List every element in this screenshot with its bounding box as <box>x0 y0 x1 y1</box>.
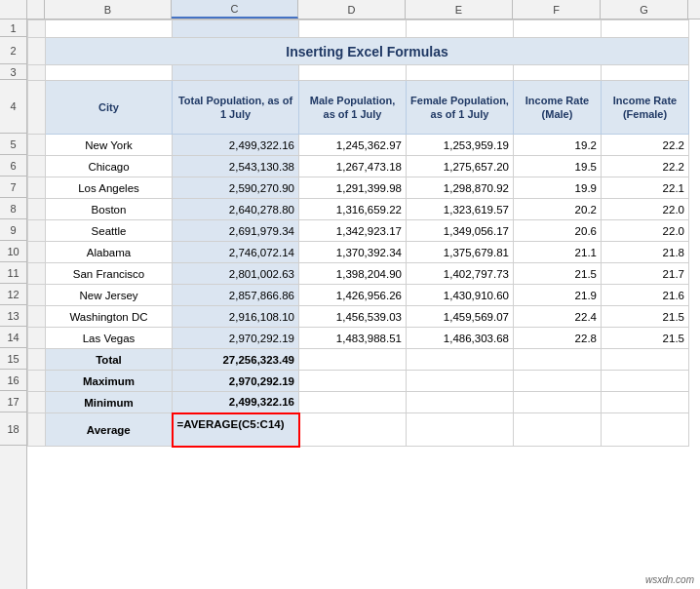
col-header-c[interactable]: C <box>172 0 298 19</box>
city-washington-dc[interactable]: Washington DC <box>46 306 173 328</box>
cell-e1[interactable] <box>407 20 514 38</box>
income-f-new-york[interactable]: 22.2 <box>602 135 689 156</box>
total-boston[interactable]: 2,640,278.80 <box>173 199 299 220</box>
city-los-angeles[interactable]: Los Angeles <box>46 177 173 199</box>
income-m-new-york[interactable]: 19.2 <box>514 135 602 156</box>
income-f-las-vegas[interactable]: 21.5 <box>602 328 689 349</box>
city-chicago[interactable]: Chicago <box>46 156 173 177</box>
city-alabama[interactable]: Alabama <box>46 242 173 263</box>
total-new-york[interactable]: 2,499,322.16 <box>173 135 299 156</box>
row-num-12: 12 <box>0 284 26 305</box>
city-new-jersey[interactable]: New Jersey <box>46 285 173 306</box>
cell-d17[interactable] <box>299 392 407 413</box>
cell-d3[interactable] <box>299 65 407 81</box>
city-seattle[interactable]: Seattle <box>46 220 173 242</box>
income-m-chicago[interactable]: 19.5 <box>514 156 602 177</box>
cell-g3[interactable] <box>602 65 689 81</box>
income-f-new-jersey[interactable]: 21.6 <box>602 285 689 306</box>
cell-g18[interactable] <box>602 413 689 447</box>
cell-f1[interactable] <box>514 20 602 38</box>
female-las-vegas[interactable]: 1,486,303.68 <box>407 328 514 349</box>
income-f-boston[interactable]: 22.0 <box>602 199 689 220</box>
female-boston[interactable]: 1,323,619.57 <box>407 199 514 220</box>
col-header-d[interactable]: D <box>298 0 406 19</box>
col-header-f[interactable]: F <box>513 0 601 19</box>
cell-e16[interactable] <box>407 371 514 392</box>
income-f-san-francisco[interactable]: 21.7 <box>602 263 689 285</box>
col-header-g[interactable]: G <box>601 0 688 19</box>
col-header-e[interactable]: E <box>406 0 513 19</box>
city-boston[interactable]: Boston <box>46 199 173 220</box>
male-boston[interactable]: 1,316,659.22 <box>299 199 407 220</box>
income-f-chicago[interactable]: 22.2 <box>602 156 689 177</box>
female-los-angeles[interactable]: 1,298,870.92 <box>407 177 514 199</box>
female-alabama[interactable]: 1,375,679.81 <box>407 242 514 263</box>
total-los-angeles[interactable]: 2,590,270.90 <box>173 177 299 199</box>
cell-e15[interactable] <box>407 349 514 371</box>
cell-c1[interactable] <box>173 20 299 38</box>
cell-g1[interactable] <box>602 20 689 38</box>
cell-f15[interactable] <box>514 349 602 371</box>
female-new-jersey[interactable]: 1,430,910.60 <box>407 285 514 306</box>
male-chicago[interactable]: 1,267,473.18 <box>299 156 407 177</box>
cell-e3[interactable] <box>407 65 514 81</box>
total-chicago[interactable]: 2,543,130.38 <box>173 156 299 177</box>
income-f-seattle[interactable]: 22.0 <box>602 220 689 242</box>
income-m-las-vegas[interactable]: 22.8 <box>514 328 602 349</box>
cell-d16[interactable] <box>299 371 407 392</box>
min-value[interactable]: 2,499,322.16 <box>173 392 299 413</box>
cell-d1[interactable] <box>299 20 407 38</box>
income-m-new-jersey[interactable]: 21.9 <box>514 285 602 306</box>
male-las-vegas[interactable]: 1,483,988.51 <box>299 328 407 349</box>
cell-e18[interactable] <box>407 413 514 447</box>
male-los-angeles[interactable]: 1,291,399.98 <box>299 177 407 199</box>
income-f-washington-dc[interactable]: 21.5 <box>602 306 689 328</box>
city-san-francisco[interactable]: San Francisco <box>46 263 173 285</box>
income-f-alabama[interactable]: 21.8 <box>602 242 689 263</box>
total-seattle[interactable]: 2,691,979.34 <box>173 220 299 242</box>
total-new-jersey[interactable]: 2,857,866.86 <box>173 285 299 306</box>
total-san-francisco[interactable]: 2,801,002.63 <box>173 263 299 285</box>
female-san-francisco[interactable]: 1,402,797.73 <box>407 263 514 285</box>
table-row-3 <box>28 65 689 81</box>
income-m-seattle[interactable]: 20.6 <box>514 220 602 242</box>
total-washington-dc[interactable]: 2,916,108.10 <box>173 306 299 328</box>
income-m-san-francisco[interactable]: 21.5 <box>514 263 602 285</box>
income-m-los-angeles[interactable]: 19.9 <box>514 177 602 199</box>
male-seattle[interactable]: 1,342,923.17 <box>299 220 407 242</box>
cell-d18[interactable] <box>299 413 407 447</box>
cell-g15[interactable] <box>602 349 689 371</box>
cell-f18[interactable] <box>514 413 602 447</box>
cell-b3[interactable] <box>46 65 173 81</box>
total-alabama[interactable]: 2,746,072.14 <box>173 242 299 263</box>
max-value[interactable]: 2,970,292.19 <box>173 371 299 392</box>
cell-f17[interactable] <box>514 392 602 413</box>
female-seattle[interactable]: 1,349,056.17 <box>407 220 514 242</box>
female-chicago[interactable]: 1,275,657.20 <box>407 156 514 177</box>
cell-e17[interactable] <box>407 392 514 413</box>
income-m-washington-dc[interactable]: 22.4 <box>514 306 602 328</box>
city-las-vegas[interactable]: Las Vegas <box>46 328 173 349</box>
male-alabama[interactable]: 1,370,392.34 <box>299 242 407 263</box>
cell-g16[interactable] <box>602 371 689 392</box>
female-washington-dc[interactable]: 1,459,569.07 <box>407 306 514 328</box>
male-san-francisco[interactable]: 1,398,204.90 <box>299 263 407 285</box>
female-new-york[interactable]: 1,253,959.19 <box>407 135 514 156</box>
male-washington-dc[interactable]: 1,456,539.03 <box>299 306 407 328</box>
cell-c3[interactable] <box>173 65 299 81</box>
col-header-b[interactable]: B <box>45 0 172 19</box>
avg-formula-cell[interactable]: =AVERAGE(C5:C14) <box>173 413 299 447</box>
male-new-york[interactable]: 1,245,362.97 <box>299 135 407 156</box>
cell-g17[interactable] <box>602 392 689 413</box>
income-m-alabama[interactable]: 21.1 <box>514 242 602 263</box>
cell-f16[interactable] <box>514 371 602 392</box>
income-f-los-angeles[interactable]: 22.1 <box>602 177 689 199</box>
total-las-vegas[interactable]: 2,970,292.19 <box>173 328 299 349</box>
cell-b1[interactable] <box>46 20 173 38</box>
total-value[interactable]: 27,256,323.49 <box>173 349 299 371</box>
male-new-jersey[interactable]: 1,426,956.26 <box>299 285 407 306</box>
income-m-boston[interactable]: 20.2 <box>514 199 602 220</box>
city-new-york[interactable]: New York <box>46 135 173 156</box>
cell-f3[interactable] <box>514 65 602 81</box>
cell-d15[interactable] <box>299 349 407 371</box>
